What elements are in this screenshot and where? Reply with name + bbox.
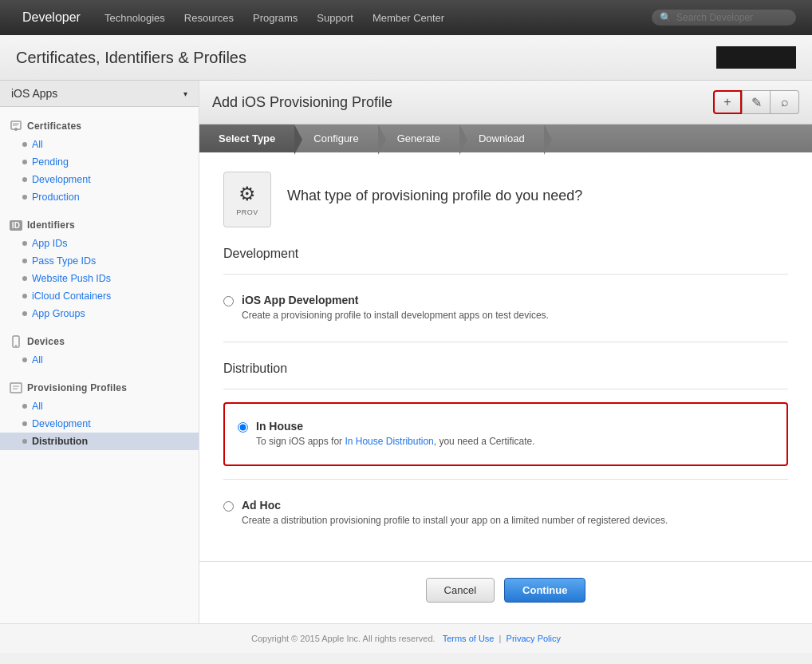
content-header: Add iOS Provisioning Profile + ✎ ⌕ bbox=[199, 81, 812, 125]
sidebar-item-pass-type-ids[interactable]: Pass Type IDs bbox=[0, 252, 199, 270]
search-icon: 🔍 bbox=[660, 12, 672, 23]
nav-technologies[interactable]: Technologies bbox=[104, 12, 165, 24]
provisioning-icon bbox=[10, 381, 22, 394]
device-icon bbox=[10, 335, 22, 348]
top-nav: Developer Technologies Resources Program… bbox=[0, 0, 812, 35]
bullet-icon bbox=[22, 177, 27, 182]
devices-header: Devices bbox=[0, 332, 199, 351]
radio-ios-dev[interactable] bbox=[223, 296, 234, 306]
devices-label: Devices bbox=[27, 336, 65, 347]
option-in-house-box: In House To sign iOS apps for In House D… bbox=[223, 402, 788, 466]
sidebar-item-website-push-ids[interactable]: Website Push IDs bbox=[0, 270, 199, 287]
button-row: Cancel Continue bbox=[199, 561, 812, 619]
nav-support[interactable]: Support bbox=[317, 12, 353, 24]
sidebar-section-devices: Devices All bbox=[0, 332, 199, 369]
bullet-icon bbox=[22, 259, 27, 263]
step-download: Download bbox=[459, 125, 544, 152]
bullet-icon bbox=[22, 276, 27, 281]
sidebar-item-app-ids[interactable]: App IDs bbox=[0, 235, 199, 252]
nav-brand: Developer bbox=[22, 10, 81, 25]
bullet-icon bbox=[22, 311, 27, 316]
prov-icon: ⚙ PROV bbox=[223, 172, 271, 227]
identifiers-header: ID Identifiers bbox=[0, 215, 199, 235]
sidebar: iOS Apps ▾ Certificates All bbox=[0, 81, 199, 623]
prov-label: PROV bbox=[236, 208, 258, 216]
footer: Copyright © 2015 Apple Inc. All rights r… bbox=[0, 623, 812, 653]
sidebar-item-icloud-containers[interactable]: iCloud Containers bbox=[0, 287, 199, 305]
bullet-icon bbox=[22, 241, 27, 246]
cancel-button[interactable]: Cancel bbox=[426, 578, 495, 603]
gear-icon: ⚙ bbox=[238, 183, 256, 205]
in-house-desc-prefix: To sign iOS apps for bbox=[256, 436, 345, 447]
nav-member-center[interactable]: Member Center bbox=[372, 12, 444, 24]
search-bar: 🔍 bbox=[652, 10, 796, 26]
radio-ad-hoc[interactable] bbox=[223, 501, 234, 512]
sidebar-item-cert-production[interactable]: Production bbox=[0, 188, 199, 206]
sidebar-item-cert-all[interactable]: All bbox=[0, 136, 199, 153]
sidebar-dropdown[interactable]: iOS Apps ▾ bbox=[0, 81, 199, 107]
divider-dist2 bbox=[223, 389, 788, 389]
sidebar-item-devices-all[interactable]: All bbox=[0, 351, 199, 369]
nav-programs[interactable]: Programs bbox=[253, 12, 298, 24]
search-content-button[interactable]: ⌕ bbox=[771, 90, 799, 114]
footer-copyright: Copyright © 2015 Apple Inc. All rights r… bbox=[251, 634, 436, 643]
sidebar-item-cert-development[interactable]: Development bbox=[0, 171, 199, 188]
sidebar-item-profiles-distribution[interactable]: Distribution bbox=[0, 433, 199, 450]
in-house-link[interactable]: In House Distribution bbox=[345, 436, 433, 447]
add-button[interactable]: + bbox=[713, 90, 742, 114]
option-ios-dev: iOS App Development Create a provisionin… bbox=[223, 287, 788, 329]
option-ad-hoc-label: Ad Hoc bbox=[242, 499, 668, 512]
header-box bbox=[716, 46, 796, 69]
footer-privacy-link[interactable]: Privacy Policy bbox=[507, 634, 561, 643]
nav-links: Technologies Resources Programs Support … bbox=[104, 12, 652, 24]
certificates-header: Certificates bbox=[0, 117, 199, 136]
chevron-down-icon: ▾ bbox=[183, 89, 187, 98]
sidebar-item-profiles-all[interactable]: All bbox=[0, 397, 199, 415]
content-actions: + ✎ ⌕ bbox=[713, 90, 799, 114]
edit-button[interactable]: ✎ bbox=[742, 90, 771, 114]
svg-rect-6 bbox=[10, 383, 22, 393]
development-heading: Development bbox=[223, 247, 788, 261]
radio-in-house[interactable] bbox=[238, 422, 248, 433]
divider-dist bbox=[223, 342, 788, 342]
id-icon: ID bbox=[10, 219, 22, 231]
sidebar-section-identifiers: ID Identifiers App IDs Pass Type IDs Web… bbox=[0, 215, 199, 322]
question-text: What type of provisioning profile do you… bbox=[223, 172, 788, 204]
search-input[interactable] bbox=[676, 12, 788, 23]
sidebar-section-provisioning: Provisioning Profiles All Development Di… bbox=[0, 378, 199, 450]
option-ios-dev-desc: Create a provisioning profile to install… bbox=[242, 308, 549, 322]
svg-point-5 bbox=[15, 345, 17, 346]
content-title: Add iOS Provisioning Profile bbox=[212, 94, 392, 111]
identifiers-label: Identifiers bbox=[27, 219, 75, 231]
form-area: ⚙ PROV What type of provisioning profile… bbox=[199, 152, 812, 553]
option-in-house: In House To sign iOS apps for In House D… bbox=[238, 413, 774, 455]
sidebar-item-app-groups[interactable]: App Groups bbox=[0, 305, 199, 322]
provisioning-label: Provisioning Profiles bbox=[27, 382, 127, 393]
main-layout: iOS Apps ▾ Certificates All bbox=[0, 81, 812, 623]
step-bar: Select Type Configure Generate Download bbox=[199, 125, 812, 152]
option-in-house-desc: To sign iOS apps for In House Distributi… bbox=[256, 434, 535, 449]
option-ad-hoc-desc: Create a distribution provisioning profi… bbox=[242, 513, 668, 528]
sub-header: Certificates, Identifiers & Profiles bbox=[0, 35, 812, 81]
distribution-heading: Distribution bbox=[223, 362, 788, 376]
in-house-desc-suffix: , you need a Certificate. bbox=[434, 436, 535, 447]
sidebar-dropdown-label: iOS Apps bbox=[11, 87, 57, 100]
sidebar-item-cert-pending[interactable]: Pending bbox=[0, 153, 199, 171]
question-row: ⚙ PROV What type of provisioning profile… bbox=[223, 172, 788, 227]
bullet-icon bbox=[22, 294, 27, 298]
bullet-icon bbox=[22, 195, 27, 200]
bullet-icon bbox=[22, 421, 27, 426]
footer-terms-link[interactable]: Terms of Use bbox=[443, 634, 495, 643]
step-generate: Generate bbox=[378, 125, 459, 152]
nav-resources[interactable]: Resources bbox=[184, 12, 234, 24]
bullet-icon bbox=[22, 358, 27, 362]
option-in-house-label: In House bbox=[256, 420, 535, 433]
divider-dev bbox=[223, 274, 788, 275]
sidebar-section-certificates: Certificates All Pending Development Pro… bbox=[0, 117, 199, 206]
page-title: Certificates, Identifiers & Profiles bbox=[16, 49, 246, 67]
continue-button[interactable]: Continue bbox=[504, 578, 585, 603]
sidebar-item-profiles-development[interactable]: Development bbox=[0, 415, 199, 433]
option-ios-dev-label: iOS App Development bbox=[242, 294, 549, 306]
step-configure: Configure bbox=[294, 125, 377, 152]
bullet-icon bbox=[22, 439, 27, 444]
